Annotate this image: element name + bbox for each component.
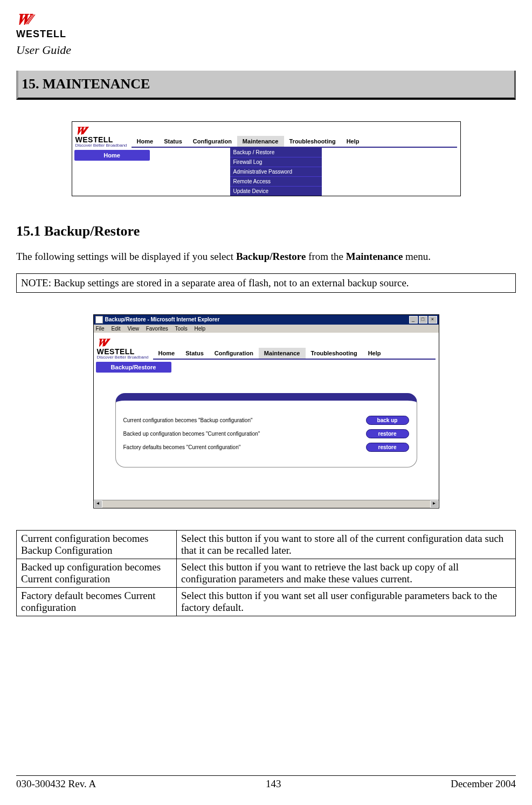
menu-favorites[interactable]: Favorites <box>146 326 168 332</box>
tab-configuration[interactable]: Configuration <box>188 136 237 147</box>
user-guide-label: User Guide <box>16 43 516 57</box>
section-title: 15. MAINTENANCE <box>16 71 516 100</box>
minimize-button[interactable]: _ <box>409 316 418 324</box>
menu-file[interactable]: File <box>96 326 105 332</box>
dropdown-backup-restore[interactable]: Backup / Restore <box>230 148 322 157</box>
row-label: Backed up configuration becomes "Current… <box>123 431 260 437</box>
menu-edit[interactable]: Edit <box>111 326 120 332</box>
main-tabbar: Home Status Configuration Maintenance Tr… <box>153 348 436 360</box>
intro-paragraph: The following settings will be displayed… <box>16 250 516 264</box>
row-restore-factory: Factory defaults becomes "Current config… <box>123 443 409 452</box>
sidebar-home-button[interactable]: Home <box>74 150 150 161</box>
ie-icon <box>95 316 103 324</box>
tab-status[interactable]: Status <box>158 136 188 147</box>
browser-menubar: File Edit View Favorites Tools Help <box>94 325 439 333</box>
menu-view[interactable]: View <box>127 326 139 332</box>
tab-help[interactable]: Help <box>341 136 365 147</box>
logo-swoosh-icon: 𝑾⁄⁄ <box>97 336 107 348</box>
dropdown-update-device[interactable]: Update Device <box>230 187 322 196</box>
menu-tools[interactable]: Tools <box>175 326 187 332</box>
footer-rev: 030-300432 Rev. A <box>16 778 96 790</box>
dropdown-admin-password[interactable]: Administrative Password <box>230 167 322 177</box>
maintenance-dropdown: Backup / Restore Firewall Log Administra… <box>230 148 322 196</box>
menu-help[interactable]: Help <box>195 326 206 332</box>
close-button[interactable]: × <box>429 316 437 324</box>
restore-factory-button[interactable]: restore <box>366 443 409 452</box>
table-row: Factory default becomes Current configur… <box>17 587 516 616</box>
dropdown-firewall-log[interactable]: Firewall Log <box>230 157 322 167</box>
window-titlebar: Backup/Restore - Microsoft Internet Expl… <box>94 315 439 325</box>
scroll-left-button[interactable]: ◄ <box>94 500 102 508</box>
desc-cell: Select this button if you want to store … <box>177 530 516 559</box>
intro-bold-backup: Backup/Restore <box>236 251 306 262</box>
definitions-table: Current configuration becomes Backup Con… <box>16 530 516 616</box>
note-box: NOTE: Backup settings are stored in a se… <box>16 273 516 293</box>
screenshot-browser: Backup/Restore - Microsoft Internet Expl… <box>93 314 439 508</box>
screenshot-logo: 𝑾⁄⁄ WESTELL Discover Better Broadband <box>97 337 149 360</box>
logo-brand: WESTELL <box>16 29 66 39</box>
horizontal-scrollbar[interactable]: ◄ ► <box>94 500 439 508</box>
main-tabbar: Home Status Configuration Maintenance Tr… <box>132 136 457 148</box>
term-cell: Factory default becomes Current configur… <box>17 587 177 616</box>
backup-button[interactable]: back up <box>366 416 409 425</box>
scroll-right-button[interactable]: ► <box>430 500 439 508</box>
tab-maintenance[interactable]: Maintenance <box>259 348 306 359</box>
restore-button[interactable]: restore <box>366 429 409 438</box>
tab-help[interactable]: Help <box>363 348 386 359</box>
logo-brand: WESTELL <box>75 136 127 143</box>
logo-swoosh-icon: 𝑾⁄⁄ <box>16 11 31 27</box>
desc-cell: Select this button if you want to retrie… <box>177 559 516 587</box>
tab-maintenance[interactable]: Maintenance <box>237 136 284 147</box>
screenshot-logo: 𝑾⁄⁄ WESTELL Discover Better Broadband <box>75 125 127 148</box>
row-backup: Current configuration becomes "Backup co… <box>123 416 409 425</box>
window-title: Backup/Restore - Microsoft Internet Expl… <box>105 317 409 322</box>
row-label: Current configuration becomes "Backup co… <box>123 417 253 423</box>
intro-text: menu. <box>403 251 431 262</box>
table-row: Current configuration becomes Backup Con… <box>17 530 516 559</box>
screenshot-menu: 𝑾⁄⁄ WESTELL Discover Better Broadband Ho… <box>72 121 461 196</box>
footer-page-number: 143 <box>266 778 281 790</box>
tab-troubleshooting[interactable]: Troubleshooting <box>306 348 363 359</box>
tab-home[interactable]: Home <box>132 136 159 147</box>
term-cell: Current configuration becomes Backup Con… <box>17 530 177 559</box>
dropdown-remote-access[interactable]: Remote Access <box>230 177 322 187</box>
tab-troubleshooting[interactable]: Troubleshooting <box>284 136 341 147</box>
intro-text: from the <box>306 251 346 262</box>
maximize-button[interactable]: □ <box>419 316 427 324</box>
intro-text: The following settings will be displayed… <box>16 251 236 262</box>
tab-configuration[interactable]: Configuration <box>209 348 259 359</box>
row-label: Factory defaults becomes "Current config… <box>123 444 241 450</box>
logo-tagline: Discover Better Broadband <box>97 355 149 360</box>
page-header: 𝑾⁄⁄ WESTELL User Guide <box>16 11 516 57</box>
desc-cell: Select this button if you want set all u… <box>177 587 516 616</box>
row-restore-backup: Backed up configuration becomes "Current… <box>123 429 409 438</box>
intro-bold-maintenance: Maintenance <box>346 251 403 262</box>
tab-status[interactable]: Status <box>180 348 209 359</box>
logo-tagline: Discover Better Broadband <box>75 143 127 148</box>
sidebar-backup-restore-button[interactable]: Backup/Restore <box>96 362 171 373</box>
subsection-heading: 15.1 Backup/Restore <box>16 223 516 239</box>
tab-home[interactable]: Home <box>153 348 181 359</box>
logo-brand: WESTELL <box>97 348 149 355</box>
footer-date: December 2004 <box>451 778 516 790</box>
page-footer: 030-300432 Rev. A 143 December 2004 <box>16 775 516 790</box>
logo-swoosh-icon: 𝑾⁄⁄ <box>75 125 86 136</box>
table-row: Backed up configuration becomes Current … <box>17 559 516 587</box>
backup-restore-panel: Current configuration becomes "Backup co… <box>115 393 417 467</box>
term-cell: Backed up configuration becomes Current … <box>17 559 177 587</box>
westell-logo: 𝑾⁄⁄ WESTELL <box>16 11 516 40</box>
